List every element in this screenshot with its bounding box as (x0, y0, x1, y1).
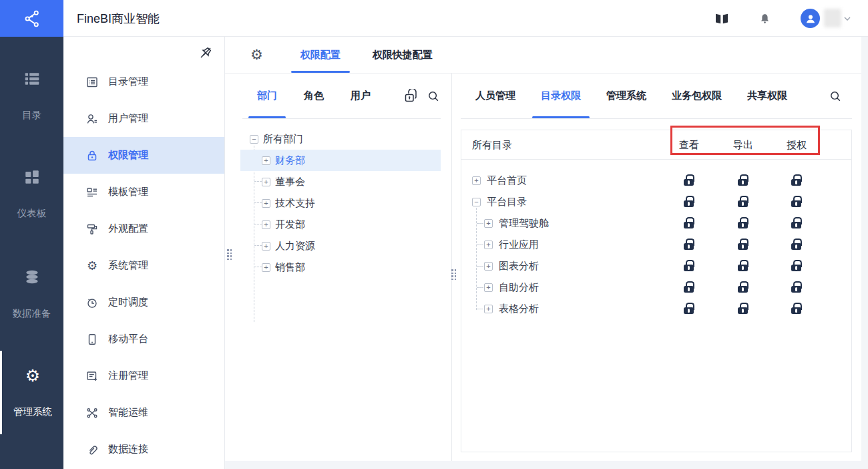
topbar: FineBI商业智能 (0, 0, 868, 37)
tree-row-finance-dept[interactable]: 财务部 (240, 150, 441, 171)
lock-icon-authorize[interactable] (791, 174, 801, 188)
lock-icon-view[interactable] (684, 174, 694, 188)
lock-icon-export[interactable] (738, 281, 748, 295)
lock-icon-export[interactable] (738, 303, 748, 316)
template-icon (85, 186, 99, 199)
menu-label: 权限管理 (108, 149, 148, 162)
tree-label: 销售部 (275, 261, 305, 274)
lock-icon-authorize[interactable] (791, 217, 801, 230)
lock-icon-view[interactable] (684, 303, 694, 316)
expand-box[interactable] (262, 178, 270, 186)
user-avatar[interactable] (801, 9, 820, 28)
tree-label: 财务部 (275, 154, 305, 167)
table-row-chart-analysis[interactable]: 图表分析 (461, 255, 851, 277)
tab-role[interactable]: 角色 (304, 73, 324, 118)
tree-row-all-depts[interactable]: 所有部门 (240, 128, 450, 150)
tree-row-sales-dept[interactable]: 销售部 (240, 257, 450, 278)
lock-icon-authorize[interactable] (791, 196, 801, 209)
unpin-icon[interactable] (198, 45, 214, 61)
lock-icon-authorize[interactable] (791, 281, 801, 295)
menu-item-directory-mgmt[interactable]: 目录管理 (63, 63, 224, 100)
tab-permission-quick-config[interactable]: 权限快捷配置 (373, 37, 433, 73)
help-book-icon[interactable] (712, 0, 732, 37)
lock-icon-view[interactable] (684, 196, 694, 209)
rail-item-directory[interactable]: 目录 (0, 70, 63, 122)
expand-box[interactable] (262, 242, 270, 251)
collapse-box[interactable] (472, 198, 481, 206)
sidebar-resize-handle[interactable] (226, 245, 232, 265)
row-label: 平台首页 (487, 174, 527, 187)
collapse-box[interactable] (250, 135, 258, 144)
lock-icon-export[interactable] (738, 196, 748, 209)
expand-box[interactable] (262, 156, 270, 165)
lock-icon-export[interactable] (738, 239, 748, 252)
row-label: 图表分析 (499, 260, 539, 273)
expand-box[interactable] (484, 305, 493, 313)
menu-item-template-mgmt[interactable]: 模板管理 (63, 174, 224, 210)
expand-box[interactable] (262, 220, 270, 229)
table-row-self-service-analysis[interactable]: 自助分析 (461, 277, 851, 298)
tree-row-board[interactable]: 董事会 (240, 171, 450, 192)
lock-icon-view[interactable] (684, 260, 694, 273)
table-header: 所有目录 查看 导出 授权 (461, 130, 851, 160)
expand-box[interactable] (262, 199, 270, 208)
expand-box[interactable] (484, 241, 493, 249)
lock-icon-view[interactable] (684, 281, 694, 295)
expand-box[interactable] (484, 262, 493, 271)
menu-item-user-mgmt[interactable]: 用户管理 (63, 100, 224, 137)
search-icon[interactable] (426, 89, 441, 104)
tab-business-package-permission[interactable]: 业务包权限 (672, 73, 722, 118)
panel-resize-handle[interactable] (451, 265, 457, 285)
settings-gear-icon[interactable]: ⚙ (250, 48, 263, 62)
nav-rail: 目录 仪表板 数据准备 ⚙ 管理系统 (0, 37, 63, 469)
menu-item-appearance-config[interactable]: 外观配置 (63, 210, 224, 247)
dashboard-icon (23, 168, 41, 186)
menu-item-mobile-platform[interactable]: 移动平台 (63, 321, 224, 357)
table-row-industry-apps[interactable]: 行业应用 (461, 234, 851, 255)
lock-icon-export[interactable] (738, 260, 748, 273)
table-row-platform-directory[interactable]: 平台目录 (461, 191, 851, 212)
menu-item-system-mgmt[interactable]: ⚙ 系统管理 (63, 247, 224, 284)
lock-icon-authorize[interactable] (791, 260, 801, 273)
expand-box[interactable] (262, 263, 270, 272)
tab-directory-permission[interactable]: 目录权限 (541, 73, 581, 118)
rail-item-admin-system[interactable]: ⚙ 管理系统 (0, 351, 63, 434)
row-label: 表格分析 (499, 303, 539, 315)
table-row-platform-home[interactable]: 平台首页 (461, 170, 851, 191)
menu-item-permission-mgmt[interactable]: 权限管理 (63, 137, 224, 174)
tree-row-hr[interactable]: 人力资源 (240, 235, 450, 257)
menu-item-intelligent-ops[interactable]: 智能运维 (63, 394, 224, 431)
tree-row-dev-dept[interactable]: 开发部 (240, 214, 450, 235)
lock-icon-view[interactable] (684, 217, 694, 230)
tab-department[interactable]: 部门 (257, 73, 277, 118)
rail-item-data-prep[interactable]: 数据准备 (0, 269, 63, 320)
expand-box[interactable] (484, 219, 493, 228)
tab-share-permission[interactable]: 共享权限 (747, 73, 787, 118)
lock-icon-authorize[interactable] (791, 303, 801, 316)
tab-personnel-mgmt[interactable]: 人员管理 (475, 73, 515, 118)
tab-permission-config[interactable]: 权限配置 (300, 37, 341, 73)
tab-admin-system[interactable]: 管理系统 (606, 73, 646, 118)
table-row-table-analysis[interactable]: 表格分析 (461, 298, 851, 319)
ops-icon (85, 406, 99, 420)
menu-item-register-mgmt[interactable]: 注册管理 (63, 357, 224, 394)
finebi-logo[interactable] (0, 0, 63, 37)
clock-icon (85, 296, 99, 309)
lock-icon-export[interactable] (738, 174, 748, 188)
expand-box[interactable] (472, 176, 481, 185)
lock-icon-view[interactable] (684, 239, 694, 252)
table-row-mgmt-cockpit[interactable]: 管理驾驶舱 (461, 212, 851, 234)
menu-label: 智能运维 (108, 406, 148, 419)
notification-bell-icon[interactable] (754, 0, 775, 37)
tree-row-tech-support[interactable]: 技术支持 (240, 192, 450, 214)
search-icon[interactable] (828, 89, 843, 104)
lock-icon-authorize[interactable] (791, 239, 801, 252)
lock-icon-export[interactable] (738, 217, 748, 230)
chevron-down-icon[interactable] (839, 0, 856, 37)
batch-permission-icon[interactable] (403, 89, 418, 104)
rail-item-dashboard[interactable]: 仪表板 (0, 168, 63, 220)
expand-box[interactable] (484, 283, 493, 292)
tab-user[interactable]: 用户 (351, 73, 371, 118)
menu-item-scheduler[interactable]: 定时调度 (63, 284, 224, 321)
menu-item-data-connection[interactable]: 数据连接 (63, 431, 224, 468)
